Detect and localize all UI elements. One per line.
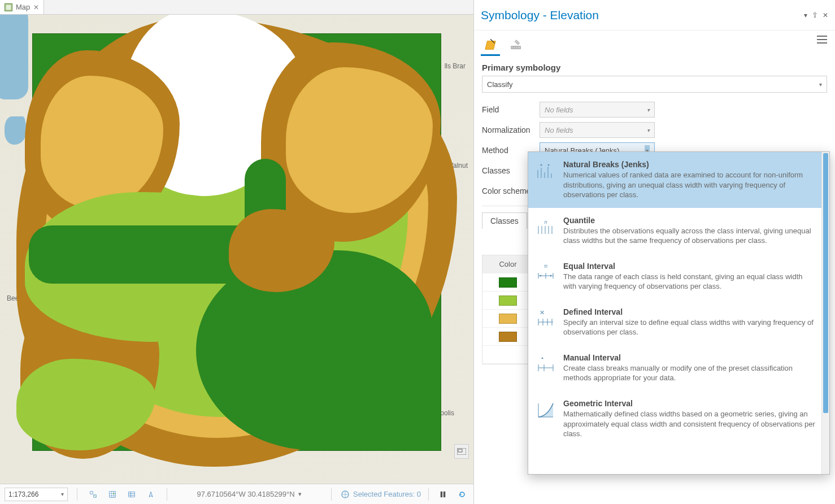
classes-tab[interactable]: Classes [482,212,527,229]
primary-symbology-tab[interactable] [481,36,500,56]
normalization-value: No fields [545,126,573,134]
selection-icon [341,490,350,499]
svg-point-6 [113,493,115,494]
map-tabs: Map ✕ [0,0,473,15]
method-option[interactable]: Geometric IntervalMathematically defined… [528,391,829,447]
method-option[interactable]: nQuantileDistributes the observations eq… [528,208,829,254]
method-option[interactable]: Natural Breaks (Jenks)Numerical values o… [528,152,829,208]
map-overview-button[interactable] [454,444,469,459]
coordinates-text: 97.6710564°W 30.4185299°N [197,490,295,498]
svg-rect-12 [441,491,442,497]
ruler-pencil-icon [510,39,523,51]
north-arrow-icon[interactable] [144,488,158,501]
svg-rect-1 [458,449,462,452]
color-column-header: Color [482,260,533,268]
color-swatch[interactable] [499,332,517,342]
svg-line-4 [94,494,97,497]
vary-symbology-tab[interactable] [507,36,526,56]
classes-label: Classes [482,166,535,175]
method-icon [536,353,555,377]
method-option-desc: Mathematically defined class widths base… [563,409,817,439]
layer-symbology-icon [484,39,497,51]
menu-icon[interactable] [817,36,827,44]
svg-text:✕: ✕ [540,310,545,316]
map-layer-icon [5,3,12,11]
method-option-title: Quantile [563,216,817,225]
svg-text:=: = [543,263,547,270]
method-option-desc: Distributes the observations equally acr… [563,226,817,246]
color-scheme-label: Color scheme [482,186,535,195]
snapping-settings-icon[interactable] [86,488,100,501]
method-option-desc: Numerical values of ranked data are exam… [563,170,817,200]
selected-features-text: Selected Features: 0 [353,490,421,498]
scale-combo[interactable]: 1:173,266 ▾ [5,488,68,501]
method-icon [536,160,555,184]
method-option[interactable]: =Equal IntervalThe data range of each cl… [528,254,829,299]
color-swatch[interactable] [499,296,517,306]
method-option[interactable]: ✕Defined IntervalSpecify an interval siz… [528,299,829,345]
svg-rect-15 [511,46,521,49]
svg-rect-13 [443,491,445,497]
map-pane: Map ✕ lls Brar Walnut Bee Ca polis 922 f… [0,0,474,504]
svg-rect-5 [110,491,116,497]
field-label: Field [482,105,535,114]
scroll-thumb[interactable] [823,153,828,413]
close-icon[interactable]: ✕ [33,4,39,11]
svg-rect-2 [90,491,93,494]
coordinates-readout[interactable]: 97.6710564°W 30.4185299°N ▾ [176,490,322,498]
selected-features-readout[interactable]: Selected Features: 0 [341,490,421,499]
method-option-desc: Create class breaks manually or modify o… [563,363,817,383]
dropdown-icon[interactable]: ▾ [804,11,807,19]
chevron-down-icon: ▾ [647,107,650,113]
pin-icon[interactable]: ⇧ [812,11,818,19]
refresh-icon[interactable] [455,488,469,501]
map-canvas[interactable]: lls Brar Walnut Bee Ca polis 922 ft [0,15,473,484]
method-option-title: Defined Interval [563,307,817,316]
map-label: polis [440,409,454,417]
method-option-title: Manual Interval [563,353,817,362]
snap-grid-icon[interactable] [106,488,119,501]
method-icon [536,399,555,423]
symbology-toolbar [474,30,835,56]
field-dropdown[interactable]: No fields ▾ [540,102,655,118]
color-swatch[interactable] [499,277,517,288]
map-tab[interactable]: Map ✕ [0,0,44,14]
chevron-down-icon: ▾ [819,81,822,88]
attribute-table-icon[interactable] [125,488,138,501]
chevron-down-icon: ▾ [61,491,64,497]
method-option-desc: Specify an interval size to define equal… [563,318,817,337]
close-icon[interactable]: ✕ [823,11,828,19]
symbology-type-value: Classify [487,80,513,89]
method-option[interactable]: Manual IntervalCreate class breaks manua… [528,345,829,391]
svg-rect-3 [94,494,97,497]
classified-raster [32,33,441,451]
primary-symbology-heading: Primary symbology [482,63,827,72]
symbology-header: Symbology - Elevation ▾ ⇧ ✕ [474,0,835,30]
method-icon: = [536,262,555,285]
symbology-pane: Symbology - Elevation ▾ ⇧ ✕ Primary symb… [474,0,835,504]
method-icon: n [536,216,555,240]
normalization-dropdown[interactable]: No fields ▾ [540,122,655,138]
field-value: No fields [545,106,573,114]
method-dropdown-popup: Natural Breaks (Jenks)Numerical values o… [528,151,830,475]
scale-value: 1:173,266 [8,490,38,498]
method-option-title: Equal Interval [563,262,817,271]
chevron-down-icon: ▾ [647,127,650,133]
symbology-type-dropdown[interactable]: Classify ▾ [482,76,827,93]
method-option-title: Geometric Interval [563,399,817,408]
scrollbar[interactable] [821,152,829,474]
normalization-label: Normalization [482,125,535,134]
map-label: lls Brar [445,62,466,70]
method-label: Method [482,146,535,155]
map-tab-label: Map [16,3,30,11]
pause-icon[interactable] [436,488,450,501]
method-option-title: Natural Breaks (Jenks) [563,160,817,169]
color-swatch[interactable] [499,314,517,324]
method-icon: ✕ [536,307,555,331]
map-statusbar: 1:173,266 ▾ 97.6710564°W 30.4185299°N ▾ … [0,484,473,504]
chevron-down-icon: ▾ [298,490,302,498]
method-option-desc: The data range of each class is held con… [563,272,817,292]
svg-rect-7 [129,492,135,497]
svg-text:n: n [544,219,547,225]
symbology-title: Symbology - Elevation [481,8,599,22]
